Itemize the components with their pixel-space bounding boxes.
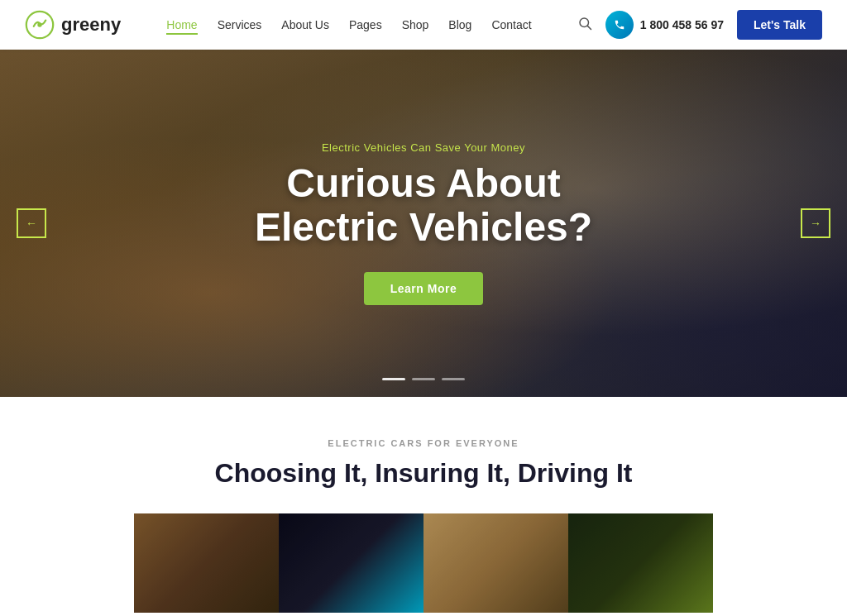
hero-dot-3[interactable] [442,378,465,380]
phone-avatar [605,11,634,39]
nav-right: 1 800 458 56 97 Let's Talk [577,10,822,40]
hero-section: ← Electric Vehicles Can Save Your Money … [0,50,847,397]
card-item-4[interactable] [568,513,713,613]
nav-links: Home Services About Us Pages Shop Blog C… [166,17,531,32]
hero-dot-2[interactable] [412,378,435,380]
nav-link-pages[interactable]: Pages [349,18,382,31]
search-button[interactable] [577,16,592,34]
hero-title-line2: Electric Vehicles? [255,205,592,249]
phone-icon [614,19,625,31]
section-title: Choosing It, Insuring It, Driving It [25,458,822,489]
hero-dots [382,378,465,380]
nav-link-home[interactable]: Home [166,18,197,35]
card-item-2[interactable] [279,513,424,613]
phone-wrapper: 1 800 458 56 97 [605,11,724,39]
cards-row [25,513,822,613]
hero-dot-1[interactable] [382,378,405,380]
hero-title-line1: Curious About [286,161,561,205]
lets-talk-button[interactable]: Let's Talk [737,10,822,40]
navbar: greeny Home Services About Us Pages Shop… [0,0,847,50]
logo-text: greeny [61,14,121,36]
hero-prev-button[interactable]: ← [17,208,46,238]
hero-subtitle: Electric Vehicles Can Save Your Money [255,141,592,154]
cars-section: ELECTRIC CARS FOR EVERYONE Choosing It, … [0,397,847,616]
logo-icon [25,10,55,40]
card-overlay-2 [279,513,424,613]
hero-title: Curious About Electric Vehicles? [255,162,592,250]
card-overlay-1 [134,513,279,613]
hero-cta-button[interactable]: Learn More [364,272,483,305]
hero-content: Electric Vehicles Can Save Your Money Cu… [255,141,592,306]
phone-number: 1 800 458 56 97 [640,18,724,31]
card-item-3[interactable] [424,513,568,613]
section-label: ELECTRIC CARS FOR EVERYONE [25,438,822,448]
card-item-1[interactable] [134,513,279,613]
nav-link-services[interactable]: Services [218,18,262,31]
logo-link[interactable]: greeny [25,10,121,40]
hero-next-button[interactable]: → [801,208,830,238]
nav-link-contact[interactable]: Contact [491,18,531,31]
card-overlay-4 [568,513,713,613]
card-overlay-3 [424,513,568,613]
nav-link-about[interactable]: About Us [281,18,329,31]
arrow-left-icon: ← [26,217,37,230]
svg-line-3 [587,26,591,29]
nav-link-shop[interactable]: Shop [402,18,429,31]
nav-link-blog[interactable]: Blog [448,18,471,31]
search-icon [577,16,592,31]
svg-point-1 [37,22,41,26]
arrow-right-icon: → [810,217,821,230]
